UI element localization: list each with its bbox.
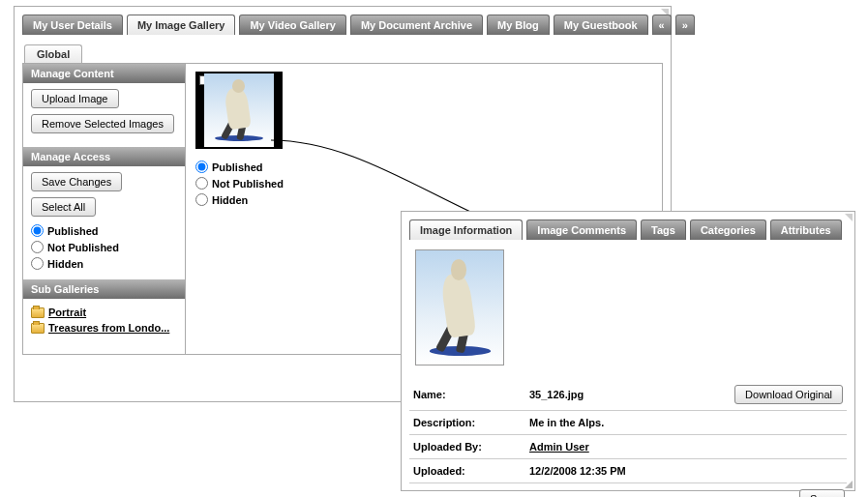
image-detail-panel: Image Information Image Comments Tags Ca…	[401, 211, 855, 491]
tab-image-gallery[interactable]: My Image Gallery	[127, 15, 236, 35]
content-radio-published[interactable]: Published	[195, 159, 652, 175]
tab-image-comments[interactable]: Image Comments	[526, 219, 637, 240]
thumbnail-image	[204, 73, 274, 147]
uploaded-by-link[interactable]: Admin User	[529, 441, 589, 453]
radio-input[interactable]	[195, 161, 208, 173]
content-radio-hidden[interactable]: Hidden	[195, 191, 652, 208]
select-all-button[interactable]: Select All	[31, 197, 96, 217]
folder-icon	[31, 323, 45, 334]
radio-input[interactable]	[31, 257, 44, 270]
sidebar-radio-hidden[interactable]: Hidden	[31, 255, 177, 272]
sidebar-radio-not-published[interactable]: Not Published	[31, 239, 177, 255]
cell-label: Name:	[409, 379, 525, 411]
radio-input[interactable]	[31, 241, 44, 253]
detail-tabstrip: Image Information Image Comments Tags Ca…	[409, 219, 847, 240]
save-changes-button[interactable]: Save Changes	[31, 172, 122, 191]
cell-value: Me in the Alps.	[525, 411, 847, 435]
row-name: Name: 35_126.jpg Download Original	[409, 379, 847, 411]
tab-guestbook[interactable]: My Guestbook	[554, 15, 648, 35]
tab-video-gallery[interactable]: My Video Gallery	[239, 15, 345, 35]
radio-label: Hidden	[47, 258, 83, 270]
radio-label: Published	[212, 161, 263, 173]
sidebar-radio-published[interactable]: Published	[31, 222, 177, 239]
save-row: Save	[409, 483, 847, 497]
hdr-manage-content: Manage Content	[23, 64, 185, 83]
row-description: Description: Me in the Alps.	[409, 411, 847, 435]
tab-attributes[interactable]: Attributes	[770, 219, 842, 240]
cell-label: Uploaded:	[409, 459, 525, 483]
radio-input[interactable]	[31, 224, 44, 237]
content-radio-not-published[interactable]: Not Published	[195, 175, 652, 191]
save-button[interactable]: Save	[799, 489, 845, 497]
tab-blog[interactable]: My Blog	[487, 15, 550, 35]
radio-label: Not Published	[212, 178, 284, 190]
radio-label: Not Published	[47, 242, 119, 253]
radio-label: Hidden	[212, 194, 248, 206]
subgallery-link[interactable]: Treasures from Londo...	[48, 322, 169, 334]
subtab-row: Global	[24, 44, 663, 63]
detail-thumbnail	[415, 249, 504, 365]
tabstrip-next[interactable]: »	[675, 15, 695, 35]
image-thumbnail[interactable]	[195, 72, 283, 149]
image-info-table: Name: 35_126.jpg Download Original Descr…	[409, 379, 847, 483]
folder-icon	[31, 307, 45, 318]
hdr-manage-access: Manage Access	[23, 147, 185, 166]
tab-categories[interactable]: Categories	[690, 219, 766, 240]
subgallery-portrait[interactable]: Portrait	[31, 305, 177, 320]
main-tabstrip: My User Details My Image Gallery My Vide…	[22, 15, 663, 35]
cell-value: 12/2/2008 12:35 PM	[525, 459, 847, 483]
download-original-button[interactable]: Download Original	[734, 385, 843, 404]
sidebar: Manage Content Upload Image Remove Selec…	[23, 64, 186, 354]
tab-tags[interactable]: Tags	[641, 219, 686, 240]
cell-value: 35_126.jpg	[529, 389, 584, 400]
subgallery-link[interactable]: Portrait	[48, 307, 86, 318]
row-uploaded: Uploaded: 12/2/2008 12:35 PM	[409, 459, 847, 483]
hdr-sub-galleries: Sub Galleries	[23, 279, 185, 299]
cell-label: Uploaded By:	[409, 435, 525, 459]
upload-image-button[interactable]: Upload Image	[31, 89, 119, 108]
row-uploaded-by: Uploaded By: Admin User	[409, 435, 847, 459]
tab-image-information[interactable]: Image Information	[409, 219, 523, 240]
tab-user-details[interactable]: My User Details	[22, 15, 123, 35]
subtab-global[interactable]: Global	[24, 44, 82, 63]
remove-selected-button[interactable]: Remove Selected Images	[31, 114, 174, 133]
radio-input[interactable]	[195, 193, 208, 206]
tab-document-archive[interactable]: My Document Archive	[350, 15, 483, 35]
radio-input[interactable]	[195, 177, 208, 190]
cell-label: Description:	[409, 411, 525, 435]
radio-label: Published	[47, 225, 99, 237]
subgallery-treasures[interactable]: Treasures from Londo...	[31, 320, 177, 336]
tabstrip-prev[interactable]: «	[652, 15, 672, 35]
